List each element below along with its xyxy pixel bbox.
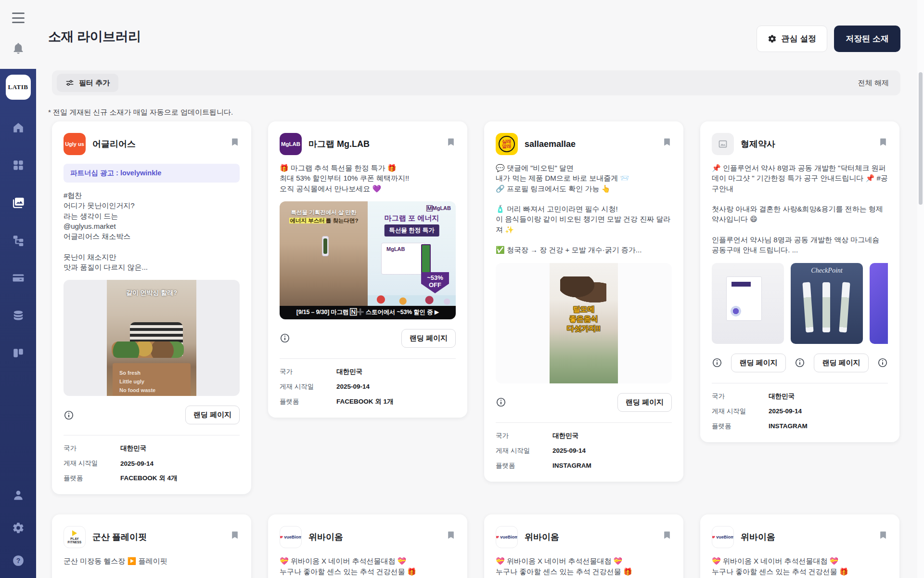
meta-table: 국가대한민국 게재 시작일2025-09-14 플랫폼FACEBOOK 외 4개 bbox=[64, 444, 240, 483]
ad-overlay-rest: 를 찾는다면? bbox=[326, 218, 359, 223]
advertiser-name: 군산 플레이핏 bbox=[92, 531, 230, 543]
ad-image[interactable]: 탈모에 좋은음식 다섯가지!! bbox=[496, 263, 672, 383]
meta-label-start-date: 게재 시작일 bbox=[64, 459, 120, 468]
advertiser-logo-text: Ugly us bbox=[65, 141, 84, 147]
sidebar-item-help[interactable]: ? bbox=[12, 554, 25, 567]
bookmark-icon[interactable] bbox=[230, 136, 240, 150]
sidebar-item-reports[interactable] bbox=[12, 346, 25, 360]
bookmark-icon[interactable] bbox=[446, 529, 456, 543]
meta-label-country: 국가 bbox=[712, 392, 769, 401]
advertiser-logo: MgLAB bbox=[280, 133, 302, 155]
heart-icon: ❤ bbox=[712, 535, 715, 540]
info-icon[interactable] bbox=[496, 397, 506, 407]
sitemap-icon bbox=[12, 234, 25, 247]
info-icon[interactable] bbox=[877, 357, 888, 368]
sidebar-item-material-library[interactable] bbox=[12, 196, 25, 210]
bookmark-icon[interactable] bbox=[230, 529, 240, 543]
ad-photo: 같이 언박싱 할래? So fresh Little ugly No food … bbox=[107, 280, 196, 396]
sidebar-item-settings[interactable] bbox=[12, 521, 25, 535]
ad-photo-left: 특선물 기획전에서 살 만한 에너지 부스터를 찾는다면? bbox=[280, 201, 368, 306]
clear-all-button[interactable]: 전체 해제 bbox=[858, 79, 889, 88]
gear-icon bbox=[768, 34, 777, 43]
info-icon[interactable] bbox=[712, 357, 722, 368]
discount-label: ~53% OFF bbox=[421, 272, 449, 293]
saved-materials-button[interactable]: 저장된 소재 bbox=[834, 26, 900, 52]
ad-image[interactable]: CheckPoint bbox=[791, 263, 863, 344]
sidebar-item-dashboard[interactable] bbox=[12, 158, 25, 172]
add-filter-button[interactable]: 필터 추가 bbox=[57, 74, 118, 92]
bookmark-icon[interactable] bbox=[878, 136, 888, 150]
sidebar-item-data[interactable] bbox=[12, 309, 25, 322]
interest-settings-button[interactable]: 관심 설정 bbox=[757, 26, 828, 52]
advertiser-logo-text: 말래 bbox=[502, 144, 512, 149]
advertiser-name: 위바이옴 bbox=[741, 531, 878, 543]
ad-overlay-highlight: 에너지 부스터 bbox=[289, 218, 326, 223]
bookmark-icon[interactable] bbox=[878, 529, 888, 543]
landing-page-button[interactable]: 랜딩 페이지 bbox=[814, 354, 868, 372]
sidebar-item-flows[interactable] bbox=[12, 234, 25, 247]
ad-image[interactable] bbox=[712, 263, 784, 344]
home-icon bbox=[12, 121, 25, 134]
scrollbar-track bbox=[917, 0, 924, 578]
ad-body-text: 🎁 마그랩 추석 특선물 한정 특가 🎁 최대 53% 할인부터 10% 쿠폰 … bbox=[280, 163, 456, 194]
material-card-vuebiom-2: ❤vueBiom 위바이옴 💝 위바이옴 X 네이버 추석선물대첩 💝 누구나 … bbox=[484, 514, 683, 578]
hamburger-menu-icon[interactable] bbox=[12, 13, 25, 23]
sliders-icon bbox=[65, 79, 74, 87]
meta-value-platform: INSTAGRAM bbox=[769, 422, 888, 430]
ad-right-badge: 특선물 한정 특가 bbox=[384, 224, 439, 236]
meta-value-platform: FACEBOOK 외 1개 bbox=[336, 397, 456, 406]
advertiser-name: 어글리어스 bbox=[92, 138, 230, 150]
meta-value-platform: INSTAGRAM bbox=[552, 462, 672, 469]
sidebar-item-home[interactable] bbox=[12, 121, 25, 134]
latib-logo-text: LATIB bbox=[8, 83, 28, 91]
advertiser-name: sallaemallae bbox=[525, 139, 662, 149]
bookmark-icon[interactable] bbox=[662, 529, 672, 543]
meta-label-country: 국가 bbox=[496, 432, 552, 440]
meta-label-start-date: 게재 시작일 bbox=[496, 447, 552, 455]
ad-caption-bar: [9/15 – 9/30] 마그랩 🄽➕ 스토어에서 ~53% 할인 중 ▶ bbox=[280, 306, 456, 319]
info-icon[interactable] bbox=[64, 410, 74, 420]
sidebar-item-profile[interactable] bbox=[12, 488, 25, 502]
ad-image[interactable]: 같이 언박싱 할래? So fresh Little ugly No food … bbox=[64, 280, 240, 396]
ad-image[interactable]: 특선물 기획전에서 살 만한 에너지 부스터를 찾는다면? 🄼MgLAB 마그랩… bbox=[280, 201, 456, 319]
landing-page-button[interactable]: 랜딩 페이지 bbox=[617, 393, 672, 412]
landing-page-button[interactable]: 랜딩 페이지 bbox=[401, 329, 456, 348]
material-card-hyungje: 형제약사 📌 인플루언서 약사 8명과 공동 개발한 "닥터체크 원퍼데이 마그… bbox=[700, 121, 899, 442]
landing-page-button[interactable]: 랜딩 페이지 bbox=[731, 354, 785, 372]
bookmark-icon[interactable] bbox=[662, 136, 672, 150]
latib-logo[interactable]: LATIB bbox=[6, 75, 31, 100]
info-icon[interactable] bbox=[280, 333, 290, 343]
advertiser-logo: ❤vueBiom bbox=[712, 526, 734, 548]
sidebar: LATIB bbox=[0, 0, 36, 578]
ad-body-text: 💝 위바이옴 X 네이버 추석선물대첩 💝 누구나 좋아할 센스 있는 추석 건… bbox=[496, 556, 672, 578]
ad-photo-right: 🄼MgLAB 마그랩 포 에너지 특선물 한정 특가 ~53% OFF bbox=[368, 201, 456, 306]
meta-value-start-date: 2025-09-14 bbox=[769, 407, 888, 415]
meta-value-country: 대한민국 bbox=[552, 432, 672, 440]
auto-update-notice: * 전일 게재된 신규 소재가 매일 자동으로 업데이트됩니다. bbox=[48, 108, 233, 117]
heart-icon: ❤ bbox=[496, 535, 499, 540]
ad-image[interactable] bbox=[870, 263, 888, 344]
material-card-sallaemallae: 살래말래 sallaemallae 💬 댓글에 "비오틴" 달면 내가 먹는 제… bbox=[484, 121, 683, 482]
database-icon bbox=[12, 309, 25, 322]
ad-body-text: 📌 인플루언서 약사 8명과 공동 개발한 "닥터체크 원퍼데이 마그샷 " 기… bbox=[712, 163, 888, 255]
advertiser-logo: ❤vueBiom bbox=[280, 526, 302, 548]
landing-page-button[interactable]: 랜딩 페이지 bbox=[185, 406, 240, 424]
photo-detail bbox=[822, 282, 830, 332]
bookmark-icon[interactable] bbox=[446, 136, 456, 150]
grid-icon bbox=[12, 159, 25, 171]
notifications-bell-icon[interactable] bbox=[12, 41, 25, 57]
add-filter-label: 필터 추가 bbox=[79, 79, 110, 88]
sidebar-item-billing[interactable] bbox=[12, 271, 25, 285]
credit-card-icon bbox=[12, 272, 25, 284]
photo-box-text: So fresh Little ugly No food waste bbox=[119, 370, 155, 393]
meta-label-platform: 플랫폼 bbox=[712, 422, 769, 431]
advertiser-name: 형제약사 bbox=[741, 138, 878, 150]
meta-value-start-date: 2025-09-14 bbox=[336, 383, 456, 390]
info-icon[interactable] bbox=[795, 357, 805, 368]
advertiser-logo-text: vueBiom bbox=[284, 535, 302, 539]
scrollbar-thumb[interactable] bbox=[919, 72, 923, 205]
page-title: 소재 라이브러리 bbox=[48, 28, 141, 45]
product-box bbox=[381, 243, 425, 275]
advertiser-logo: Ugly us bbox=[64, 133, 86, 155]
advertiser-logo: ❤vueBiom bbox=[496, 526, 518, 548]
